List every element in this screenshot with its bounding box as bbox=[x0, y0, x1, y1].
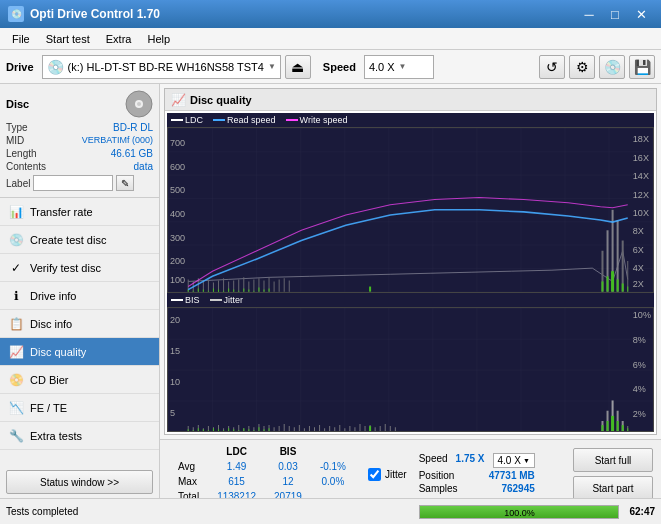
write-speed-legend: Write speed bbox=[286, 115, 348, 125]
total-row-label: Total bbox=[170, 490, 207, 498]
eject-button[interactable]: ⏏ bbox=[285, 55, 311, 79]
transfer-rate-icon: 📊 bbox=[8, 204, 24, 220]
svg-text:10%: 10% bbox=[633, 310, 651, 320]
drive-dropdown-arrow: ▼ bbox=[268, 62, 276, 71]
window-controls: ─ □ ✕ bbox=[577, 4, 653, 24]
write-speed-legend-color bbox=[286, 119, 298, 121]
sidebar-item-create-test-disc-label: Create test disc bbox=[30, 234, 106, 246]
jitter-checkbox[interactable] bbox=[368, 468, 381, 481]
minimize-button[interactable]: ─ bbox=[577, 4, 601, 24]
mid-label: MID bbox=[6, 135, 24, 146]
total-bis: 20719 bbox=[266, 490, 310, 498]
top-chart-legend: LDC Read speed Write speed bbox=[167, 113, 654, 127]
status-bar: Tests completed 100.0% 62:47 bbox=[0, 498, 661, 524]
svg-text:18X: 18X bbox=[633, 134, 649, 144]
sidebar: Disc Type BD-R DL MID VERBATIMf (000) Le… bbox=[0, 84, 160, 498]
svg-text:200: 200 bbox=[170, 256, 185, 266]
top-chart-svg-container: 700 600 500 400 300 200 100 18X 16X 14X … bbox=[167, 127, 654, 293]
type-label: Type bbox=[6, 122, 28, 133]
time-display: 62:47 bbox=[629, 506, 655, 517]
save-button[interactable]: 💾 bbox=[629, 55, 655, 79]
bis-legend-label: BIS bbox=[185, 295, 200, 305]
quality-header-icon: 📈 bbox=[171, 93, 186, 107]
bottom-chart-legend: BIS Jitter bbox=[167, 293, 654, 307]
max-ldc: 615 bbox=[209, 475, 264, 488]
disc-button[interactable]: 💿 bbox=[599, 55, 625, 79]
sidebar-item-drive-info-label: Drive info bbox=[30, 290, 76, 302]
jitter-label: Jitter bbox=[385, 469, 407, 480]
sidebar-item-transfer-rate-label: Transfer rate bbox=[30, 206, 93, 218]
length-label: Length bbox=[6, 148, 37, 159]
svg-text:12X: 12X bbox=[633, 190, 649, 200]
sidebar-item-disc-quality[interactable]: 📈 Disc quality bbox=[0, 338, 159, 366]
menu-extra[interactable]: Extra bbox=[98, 31, 140, 47]
read-speed-legend: Read speed bbox=[213, 115, 276, 125]
start-full-button[interactable]: Start full bbox=[573, 448, 653, 472]
svg-text:6%: 6% bbox=[633, 359, 646, 369]
status-window-button[interactable]: Status window >> bbox=[6, 470, 153, 494]
settings-button[interactable]: ⚙ bbox=[569, 55, 595, 79]
speed-info: Speed 1.75 X 4.0 X ▼ Position 47731 MB S… bbox=[419, 453, 535, 496]
drive-select-value: (k:) HL-DT-ST BD-RE WH16NS58 TST4 bbox=[68, 61, 264, 73]
sidebar-item-transfer-rate[interactable]: 📊 Transfer rate bbox=[0, 198, 159, 226]
label-edit-button[interactable]: ✎ bbox=[116, 175, 134, 191]
contents-value: data bbox=[134, 161, 153, 172]
quality-panel-header: 📈 Disc quality bbox=[165, 89, 656, 111]
bis-legend-color bbox=[171, 299, 183, 301]
bottom-chart-area: BIS Jitter bbox=[167, 293, 654, 432]
svg-text:8%: 8% bbox=[633, 335, 646, 345]
refresh-button[interactable]: ↺ bbox=[539, 55, 565, 79]
charts-container: LDC Read speed Write speed bbox=[165, 111, 656, 434]
svg-text:600: 600 bbox=[170, 162, 185, 172]
fe-te-icon: 📉 bbox=[8, 400, 24, 416]
menu-start-test[interactable]: Start test bbox=[38, 31, 98, 47]
main-layout: Disc Type BD-R DL MID VERBATIMf (000) Le… bbox=[0, 84, 661, 498]
progress-bar-container: 100.0% bbox=[419, 505, 619, 519]
label-input[interactable] bbox=[33, 175, 113, 191]
jitter-legend-label: Jitter bbox=[224, 295, 244, 305]
sidebar-item-cd-bier[interactable]: 📀 CD Bier bbox=[0, 366, 159, 394]
top-chart-svg: 700 600 500 400 300 200 100 18X 16X 14X … bbox=[168, 128, 653, 292]
svg-text:100: 100 bbox=[170, 275, 185, 285]
close-button[interactable]: ✕ bbox=[629, 4, 653, 24]
disc-panel-icon bbox=[125, 90, 153, 118]
drive-label: Drive bbox=[6, 61, 34, 73]
start-part-button[interactable]: Start part bbox=[573, 476, 653, 498]
avg-row-label: Avg bbox=[170, 460, 207, 473]
quality-panel: 📈 Disc quality LDC Read speed bbox=[164, 88, 657, 435]
speed-select-value: 4.0 X bbox=[369, 61, 395, 73]
menu-file[interactable]: File bbox=[4, 31, 38, 47]
drive-select[interactable]: 💿 (k:) HL-DT-ST BD-RE WH16NS58 TST4 ▼ bbox=[42, 55, 281, 79]
speed-dropdown-value: 4.0 X bbox=[498, 455, 521, 466]
sidebar-item-disc-info[interactable]: 📋 Disc info bbox=[0, 310, 159, 338]
samples-label: Samples bbox=[419, 483, 458, 494]
contents-label: Contents bbox=[6, 161, 46, 172]
sidebar-item-disc-quality-label: Disc quality bbox=[30, 346, 86, 358]
create-test-disc-icon: 💿 bbox=[8, 232, 24, 248]
sidebar-item-extra-tests[interactable]: 🔧 Extra tests bbox=[0, 422, 159, 450]
menu-bar: File Start test Extra Help bbox=[0, 28, 661, 50]
stats-table: LDC BIS Avg 1.49 0.03 -0.1% Max 615 12 0… bbox=[168, 443, 356, 498]
max-row-label: Max bbox=[170, 475, 207, 488]
menu-help[interactable]: Help bbox=[139, 31, 178, 47]
speed-dropdown[interactable]: 4.0 X ▼ bbox=[493, 453, 535, 468]
sidebar-item-cd-bier-label: CD Bier bbox=[30, 374, 69, 386]
top-chart-area: LDC Read speed Write speed bbox=[167, 113, 654, 293]
maximize-button[interactable]: □ bbox=[603, 4, 627, 24]
max-jitter: 0.0% bbox=[312, 475, 354, 488]
sidebar-item-verify-test-disc[interactable]: ✓ Verify test disc bbox=[0, 254, 159, 282]
svg-text:400: 400 bbox=[170, 209, 185, 219]
svg-rect-4 bbox=[168, 128, 653, 292]
sidebar-item-create-test-disc[interactable]: 💿 Create test disc bbox=[0, 226, 159, 254]
sidebar-item-fe-te[interactable]: 📉 FE / TE bbox=[0, 394, 159, 422]
app-icon: 💿 bbox=[8, 6, 24, 22]
total-ldc: 1138212 bbox=[209, 490, 264, 498]
speed-select[interactable]: 4.0 X ▼ bbox=[364, 55, 434, 79]
bottom-chart-svg: 20 15 10 5 10% 8% 6% 4% 2% bbox=[168, 308, 653, 431]
extra-tests-icon: 🔧 bbox=[8, 428, 24, 444]
sidebar-item-drive-info[interactable]: ℹ Drive info bbox=[0, 282, 159, 310]
type-value: BD-R DL bbox=[113, 122, 153, 133]
status-text: Tests completed bbox=[6, 506, 413, 517]
cd-bier-icon: 📀 bbox=[8, 372, 24, 388]
ldc-legend-color bbox=[171, 119, 183, 121]
